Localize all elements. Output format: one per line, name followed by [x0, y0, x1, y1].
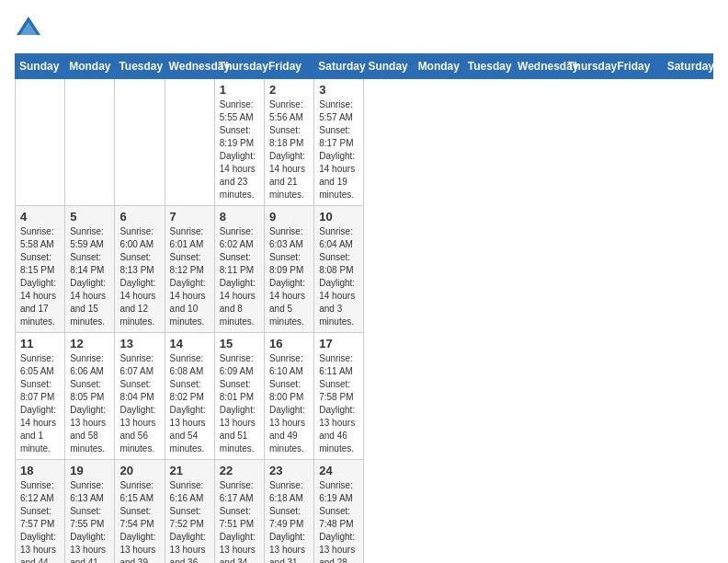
day-info: Sunrise: 6:00 AM Sunset: 8:13 PM Dayligh… — [119, 225, 159, 328]
day-info: Sunrise: 6:15 AM Sunset: 7:54 PM Dayligh… — [119, 479, 159, 563]
day-number: 11 — [20, 337, 60, 350]
day-info: Sunrise: 6:19 AM Sunset: 7:48 PM Dayligh… — [319, 479, 358, 563]
calendar-day-cell: 6Sunrise: 6:00 AM Sunset: 8:13 PM Daylig… — [115, 206, 165, 333]
calendar-day-cell: 10Sunrise: 6:04 AM Sunset: 8:08 PM Dayli… — [314, 206, 364, 333]
calendar-day-cell: 19Sunrise: 6:13 AM Sunset: 7:55 PM Dayli… — [65, 460, 115, 564]
day-info: Sunrise: 6:04 AM Sunset: 8:08 PM Dayligh… — [319, 225, 358, 328]
day-of-week-header: Wednesday — [165, 54, 214, 79]
logo-icon — [15, 15, 42, 42]
calendar-week-row: 18Sunrise: 6:12 AM Sunset: 7:57 PM Dayli… — [16, 460, 713, 564]
day-info: Sunrise: 6:13 AM Sunset: 7:55 PM Dayligh… — [70, 479, 109, 563]
calendar-day-cell: 14Sunrise: 6:08 AM Sunset: 8:02 PM Dayli… — [165, 333, 214, 460]
calendar-day-cell: 24Sunrise: 6:19 AM Sunset: 7:48 PM Dayli… — [314, 460, 364, 564]
day-number: 20 — [119, 464, 159, 477]
day-info: Sunrise: 6:12 AM Sunset: 7:57 PM Dayligh… — [20, 479, 60, 563]
calendar-day-cell: 22Sunrise: 6:17 AM Sunset: 7:51 PM Dayli… — [214, 460, 264, 564]
day-of-week-header: Sunday — [364, 54, 414, 79]
calendar-day-cell: 2Sunrise: 5:56 AM Sunset: 8:18 PM Daylig… — [265, 79, 314, 206]
day-info: Sunrise: 6:11 AM Sunset: 7:58 PM Dayligh… — [319, 352, 358, 455]
calendar-day-cell — [65, 79, 115, 206]
day-of-week-header: Sunday — [16, 54, 65, 79]
day-info: Sunrise: 6:07 AM Sunset: 8:04 PM Dayligh… — [119, 352, 159, 455]
calendar-week-row: 4Sunrise: 5:58 AM Sunset: 8:15 PM Daylig… — [16, 206, 713, 333]
day-of-week-header: Monday — [414, 54, 463, 79]
day-number: 23 — [269, 464, 309, 477]
day-number: 2 — [269, 83, 309, 97]
day-of-week-header: Saturday — [314, 54, 364, 79]
day-info: Sunrise: 5:57 AM Sunset: 8:17 PM Dayligh… — [319, 98, 358, 201]
day-number: 5 — [70, 210, 109, 224]
day-number: 8 — [220, 210, 259, 224]
calendar-week-row: 11Sunrise: 6:05 AM Sunset: 8:07 PM Dayli… — [16, 333, 713, 460]
day-number: 18 — [20, 464, 60, 477]
day-number: 16 — [269, 337, 309, 350]
calendar-day-cell: 8Sunrise: 6:02 AM Sunset: 8:11 PM Daylig… — [214, 206, 264, 333]
calendar-day-cell: 12Sunrise: 6:06 AM Sunset: 8:05 PM Dayli… — [65, 333, 115, 460]
calendar-day-cell: 21Sunrise: 6:16 AM Sunset: 7:52 PM Dayli… — [165, 460, 214, 564]
day-info: Sunrise: 6:17 AM Sunset: 7:51 PM Dayligh… — [220, 479, 259, 563]
day-info: Sunrise: 6:01 AM Sunset: 8:12 PM Dayligh… — [170, 225, 210, 328]
day-number: 15 — [220, 337, 259, 350]
day-number: 4 — [20, 210, 60, 224]
day-number: 10 — [319, 210, 358, 224]
calendar-day-cell: 16Sunrise: 6:10 AM Sunset: 8:00 PM Dayli… — [265, 333, 314, 460]
day-info: Sunrise: 6:03 AM Sunset: 8:09 PM Dayligh… — [269, 225, 309, 328]
day-info: Sunrise: 5:56 AM Sunset: 8:18 PM Dayligh… — [269, 98, 309, 201]
calendar-day-cell: 3Sunrise: 5:57 AM Sunset: 8:17 PM Daylig… — [314, 79, 364, 206]
day-info: Sunrise: 6:18 AM Sunset: 7:49 PM Dayligh… — [269, 479, 309, 563]
day-info: Sunrise: 6:09 AM Sunset: 8:01 PM Dayligh… — [220, 352, 259, 455]
day-number: 1 — [220, 83, 259, 97]
day-of-week-header: Wednesday — [514, 54, 563, 79]
day-number: 13 — [119, 337, 159, 350]
calendar-day-cell — [165, 79, 214, 206]
calendar-day-cell: 18Sunrise: 6:12 AM Sunset: 7:57 PM Dayli… — [16, 460, 65, 564]
day-number: 21 — [170, 464, 210, 477]
day-info: Sunrise: 5:58 AM Sunset: 8:15 PM Dayligh… — [20, 225, 60, 328]
calendar-week-row: 1Sunrise: 5:55 AM Sunset: 8:19 PM Daylig… — [16, 79, 713, 206]
day-of-week-header: Tuesday — [463, 54, 513, 79]
calendar-day-cell: 7Sunrise: 6:01 AM Sunset: 8:12 PM Daylig… — [165, 206, 214, 333]
calendar-day-cell: 23Sunrise: 6:18 AM Sunset: 7:49 PM Dayli… — [265, 460, 314, 564]
page-header — [15, 15, 713, 42]
calendar-day-cell: 4Sunrise: 5:58 AM Sunset: 8:15 PM Daylig… — [16, 206, 65, 333]
day-info: Sunrise: 5:55 AM Sunset: 8:19 PM Dayligh… — [220, 98, 259, 201]
calendar-day-cell — [115, 79, 165, 206]
day-info: Sunrise: 6:02 AM Sunset: 8:11 PM Dayligh… — [220, 225, 259, 328]
day-of-week-header: Thursday — [563, 54, 613, 79]
day-info: Sunrise: 6:08 AM Sunset: 8:02 PM Dayligh… — [170, 352, 210, 455]
day-number: 12 — [70, 337, 109, 350]
calendar-day-cell: 20Sunrise: 6:15 AM Sunset: 7:54 PM Dayli… — [115, 460, 165, 564]
day-info: Sunrise: 6:16 AM Sunset: 7:52 PM Dayligh… — [170, 479, 210, 563]
logo — [15, 15, 46, 42]
day-number: 3 — [319, 83, 358, 97]
day-info: Sunrise: 6:06 AM Sunset: 8:05 PM Dayligh… — [70, 352, 109, 455]
day-of-week-header: Thursday — [214, 54, 264, 79]
calendar-day-cell: 9Sunrise: 6:03 AM Sunset: 8:09 PM Daylig… — [265, 206, 314, 333]
day-number: 17 — [319, 337, 358, 350]
day-number: 6 — [119, 210, 159, 224]
calendar-day-cell: 17Sunrise: 6:11 AM Sunset: 7:58 PM Dayli… — [314, 333, 364, 460]
day-number: 24 — [319, 464, 358, 477]
calendar-day-cell: 1Sunrise: 5:55 AM Sunset: 8:19 PM Daylig… — [214, 79, 264, 206]
calendar-day-cell: 15Sunrise: 6:09 AM Sunset: 8:01 PM Dayli… — [214, 333, 264, 460]
day-of-week-header: Tuesday — [115, 54, 165, 79]
calendar-day-cell: 13Sunrise: 6:07 AM Sunset: 8:04 PM Dayli… — [115, 333, 165, 460]
day-of-week-header: Saturday — [663, 54, 712, 79]
day-info: Sunrise: 6:05 AM Sunset: 8:07 PM Dayligh… — [20, 352, 60, 455]
day-number: 7 — [170, 210, 210, 224]
day-number: 19 — [70, 464, 109, 477]
calendar-table: SundayMondayTuesdayWednesdayThursdayFrid… — [15, 53, 713, 563]
day-of-week-header: Friday — [265, 54, 314, 79]
day-of-week-header: Friday — [613, 54, 663, 79]
day-info: Sunrise: 5:59 AM Sunset: 8:14 PM Dayligh… — [70, 225, 109, 328]
day-info: Sunrise: 6:10 AM Sunset: 8:00 PM Dayligh… — [269, 352, 309, 455]
day-number: 14 — [170, 337, 210, 350]
day-of-week-header: Monday — [65, 54, 115, 79]
calendar-day-cell: 5Sunrise: 5:59 AM Sunset: 8:14 PM Daylig… — [65, 206, 115, 333]
day-number: 22 — [220, 464, 259, 477]
day-number: 9 — [269, 210, 309, 224]
calendar-day-cell: 11Sunrise: 6:05 AM Sunset: 8:07 PM Dayli… — [16, 333, 65, 460]
calendar-header-row: SundayMondayTuesdayWednesdayThursdayFrid… — [16, 54, 713, 79]
calendar-day-cell — [16, 79, 65, 206]
